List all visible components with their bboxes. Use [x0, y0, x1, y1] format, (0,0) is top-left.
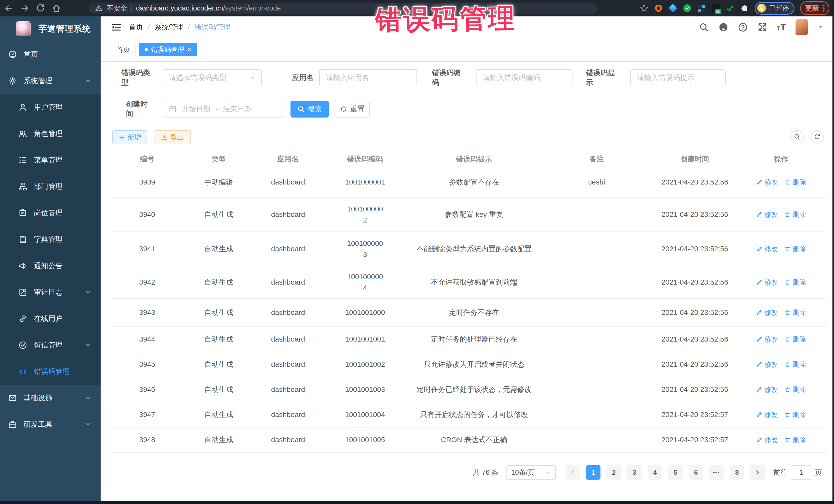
- extension-icon-green-check[interactable]: ✓: [683, 4, 692, 13]
- edit-link[interactable]: 修改: [756, 360, 778, 369]
- extensions-puzzle-icon[interactable]: [740, 4, 749, 13]
- sidebar-item-post-management[interactable]: 岗位管理: [0, 200, 101, 226]
- bookmark-star-icon[interactable]: [640, 4, 649, 13]
- search-button[interactable]: 搜索: [290, 101, 329, 117]
- sidebar-item-error-code-management[interactable]: 错误码管理: [0, 358, 101, 385]
- page-button-3[interactable]: 3: [627, 465, 641, 480]
- github-icon[interactable]: [719, 22, 728, 32]
- header-search-icon[interactable]: [699, 22, 709, 32]
- next-page-button[interactable]: [750, 465, 765, 480]
- extension-icon-gem[interactable]: [668, 4, 677, 13]
- error-code-input[interactable]: [476, 69, 572, 86]
- edit-link[interactable]: 修改: [756, 335, 778, 344]
- edit-link[interactable]: 修改: [756, 210, 778, 219]
- export-button[interactable]: 导出: [154, 130, 191, 144]
- cell-id: 3943: [111, 308, 183, 317]
- page-button-6[interactable]: 6: [689, 465, 703, 480]
- error-code-type-select[interactable]: 请选择错误码类型: [163, 69, 262, 86]
- app-header: 首页/系统管理/错误码管理 TT: [101, 17, 834, 38]
- browser-reload-icon[interactable]: [36, 4, 45, 13]
- delete-link[interactable]: 删除: [785, 410, 806, 419]
- goto-page-input[interactable]: [791, 465, 811, 480]
- page-button-2[interactable]: 2: [607, 465, 621, 480]
- browser-nav-icons: [0, 4, 61, 13]
- close-tab-icon[interactable]: ×: [187, 46, 192, 53]
- tab-error-code[interactable]: 错误码管理×: [139, 43, 197, 56]
- filter-label-error-code: 错误码编码: [432, 69, 466, 86]
- edit-link[interactable]: 修改: [756, 245, 778, 254]
- delete-link[interactable]: 删除: [785, 360, 806, 369]
- extension-icon-on-badge[interactable]: on: [711, 4, 720, 13]
- caret-down-icon[interactable]: [817, 24, 823, 30]
- cell-id: 3941: [111, 245, 183, 253]
- sidebar-item-dev-tools[interactable]: 研发工具: [0, 411, 101, 438]
- edit-link[interactable]: 修改: [756, 410, 778, 419]
- delete-link[interactable]: 删除: [785, 308, 806, 317]
- browser-profile-chip[interactable]: 已暂停: [755, 2, 794, 15]
- browser-home-icon[interactable]: [52, 4, 61, 13]
- edit-link[interactable]: 修改: [756, 308, 778, 317]
- sidebar-item-notice-announcement[interactable]: 通知公告: [0, 253, 101, 279]
- delete-link[interactable]: 删除: [785, 278, 806, 287]
- browser-back-icon[interactable]: [4, 4, 13, 13]
- breadcrumb-item[interactable]: 系统管理: [154, 22, 183, 32]
- delete-link[interactable]: 删除: [785, 335, 806, 344]
- page-button-1[interactable]: 1: [586, 465, 600, 480]
- column-header: 编号: [111, 154, 183, 164]
- delete-link[interactable]: 删除: [785, 245, 806, 254]
- fullscreen-icon[interactable]: [758, 22, 767, 32]
- extension-icon-orange[interactable]: [654, 4, 663, 13]
- page-button-4[interactable]: 4: [648, 465, 662, 480]
- delete-link[interactable]: 删除: [785, 210, 806, 219]
- active-tab-dot: [145, 48, 148, 51]
- sidebar-item-home[interactable]: 首页: [0, 41, 101, 67]
- sidebar-item-sms-management[interactable]: 短信管理: [0, 332, 101, 358]
- page-button-8[interactable]: 8: [730, 465, 744, 480]
- browser-update-button[interactable]: 更新: [800, 1, 829, 15]
- sidebar-item-infrastructure[interactable]: 基础设施: [0, 385, 101, 411]
- toggle-search-button[interactable]: [790, 130, 804, 144]
- goto-label: 前往: [773, 468, 787, 477]
- cell-error-code: 1001001000: [322, 307, 408, 318]
- sidebar-item-audit-log[interactable]: 审计日志: [0, 279, 101, 305]
- app-name-input[interactable]: [319, 69, 417, 86]
- address-bar[interactable]: 不安全 dashboard.yudao.iocoder.cn/system/er…: [89, 3, 598, 14]
- add-button[interactable]: 新增: [112, 130, 147, 144]
- browser-menu-dots-icon[interactable]: [823, 5, 825, 12]
- page-button-5[interactable]: 5: [668, 465, 683, 480]
- breadcrumb-item[interactable]: 首页: [129, 22, 143, 32]
- edit-link[interactable]: 修改: [756, 436, 778, 444]
- font-size-icon[interactable]: TT: [777, 22, 786, 32]
- browser-forward-icon[interactable]: [20, 4, 29, 13]
- edit-link[interactable]: 修改: [756, 385, 778, 394]
- sidebar-item-user-management[interactable]: 用户管理: [0, 94, 101, 120]
- help-icon[interactable]: [738, 22, 748, 32]
- delete-link[interactable]: 删除: [785, 385, 806, 394]
- table-body: 3939 手动编辑 dashboard 1001000001 参数配置不存在 c…: [111, 167, 826, 453]
- sidebar-item-menu-management[interactable]: 菜单管理: [0, 147, 101, 173]
- delete-link[interactable]: 删除: [785, 436, 806, 444]
- extension-icon-grid[interactable]: [697, 4, 706, 13]
- tab-label: 首页: [116, 45, 130, 54]
- page-size-select[interactable]: 10条/页: [506, 465, 556, 480]
- page-ellipsis-button[interactable]: •••: [709, 465, 724, 480]
- user-avatar[interactable]: [795, 19, 808, 35]
- reset-button[interactable]: 重置: [335, 101, 370, 117]
- hamburger-icon[interactable]: [111, 23, 121, 31]
- error-hint-input[interactable]: [630, 69, 726, 86]
- refresh-table-button[interactable]: [810, 130, 824, 144]
- sidebar-item-system-management[interactable]: 系统管理: [0, 67, 101, 94]
- sidebar-item-dept-management[interactable]: 部门管理: [0, 173, 101, 200]
- sidebar-item-role-management[interactable]: 角色管理: [0, 120, 101, 147]
- delete-link[interactable]: 删除: [785, 178, 806, 187]
- edit-link[interactable]: 修改: [756, 278, 778, 287]
- extension-icon-key[interactable]: [726, 4, 735, 13]
- create-time-range-picker[interactable]: 开始日期 - 结束日期: [163, 101, 285, 117]
- app-logo[interactable]: 芋道管理系统: [0, 17, 101, 41]
- prev-page-button[interactable]: [566, 465, 580, 480]
- header-actions: TT: [699, 19, 823, 35]
- edit-link[interactable]: 修改: [756, 178, 778, 187]
- tab-home[interactable]: 首页: [111, 43, 135, 56]
- sidebar-item-dict-management[interactable]: 字典管理: [0, 226, 101, 253]
- sidebar-item-online-users[interactable]: 在线用户: [0, 305, 101, 332]
